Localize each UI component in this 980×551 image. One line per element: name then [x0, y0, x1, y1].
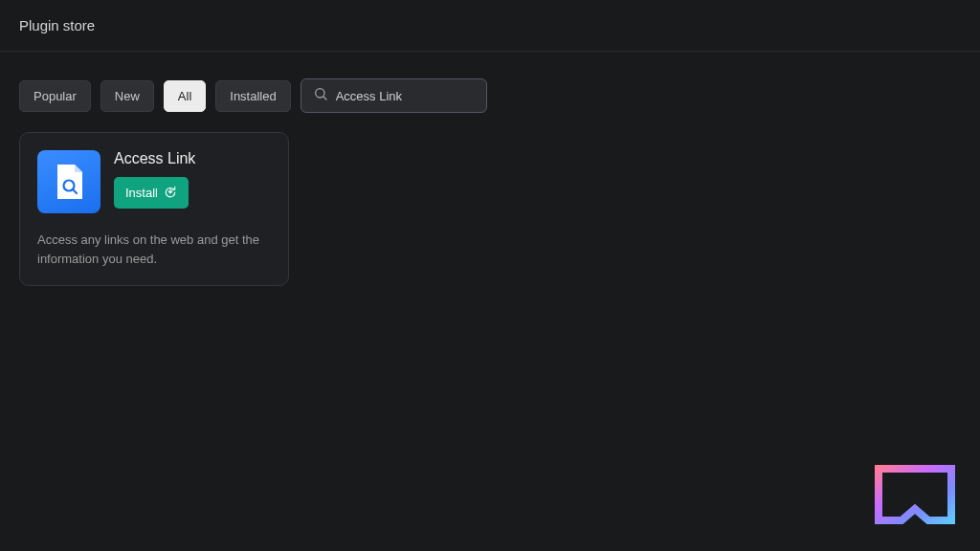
- install-button[interactable]: Install: [114, 177, 189, 209]
- page-title: Plugin store: [19, 17, 961, 33]
- search-input[interactable]: [336, 89, 475, 103]
- plugin-grid: Access Link Install Access any links on …: [0, 132, 980, 286]
- plugin-card: Access Link Install Access any links on …: [19, 132, 289, 286]
- download-icon: [164, 185, 177, 201]
- toolbar: Popular New All Installed: [0, 52, 980, 132]
- plugin-name: Access Link: [114, 150, 195, 167]
- search-box[interactable]: [301, 78, 487, 113]
- svg-line-1: [323, 97, 326, 99]
- install-button-label: Install: [125, 186, 158, 200]
- filter-popular-button[interactable]: Popular: [19, 80, 91, 112]
- search-icon: [313, 86, 328, 105]
- header: Plugin store: [0, 0, 980, 52]
- filter-installed-button[interactable]: Installed: [215, 80, 290, 112]
- filter-new-button[interactable]: New: [100, 80, 154, 112]
- plugin-description: Access any links on the web and get the …: [37, 231, 271, 268]
- filter-all-button[interactable]: All: [164, 80, 206, 112]
- plugin-icon: [37, 150, 100, 213]
- brand-logo: [875, 465, 955, 524]
